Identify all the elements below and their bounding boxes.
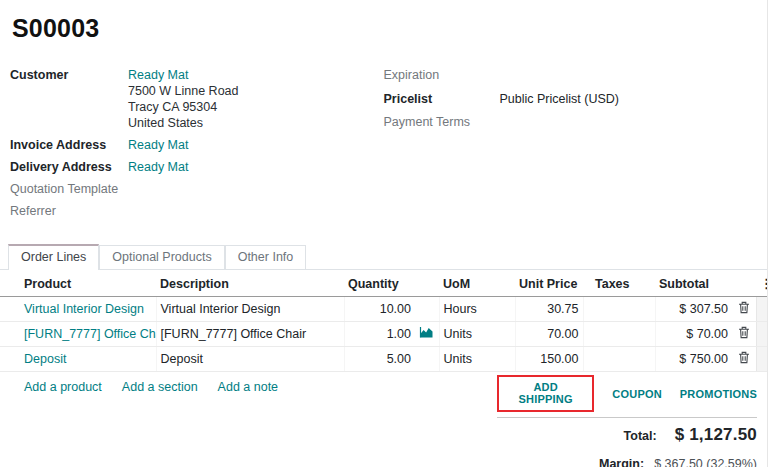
optional-columns-toggle[interactable]: ⋮	[756, 270, 768, 297]
field-expiration: Expiration	[384, 67, 768, 83]
col-header-uom[interactable]: UoM	[439, 270, 515, 297]
tab-other-info[interactable]: Other Info	[225, 245, 307, 269]
col-header-subtotal[interactable]: Subtotal	[655, 270, 732, 297]
quantity-cell[interactable]: 5.00	[344, 347, 415, 372]
col-header-quantity[interactable]: Quantity	[344, 270, 415, 297]
taxes-cell[interactable]	[583, 322, 655, 347]
col-header-taxes[interactable]: Taxes	[583, 270, 655, 297]
col-header-product[interactable]: Product	[0, 270, 156, 297]
tab-optional-products[interactable]: Optional Products	[99, 245, 224, 269]
table-header-row: Product Description Quantity UoM Unit Pr…	[0, 270, 768, 297]
address-line: United States	[128, 115, 239, 131]
taxes-cell[interactable]	[583, 347, 655, 372]
delete-line-button[interactable]	[738, 301, 750, 314]
field-delivery-address: Delivery Address Ready Mat	[10, 159, 384, 175]
product-cell[interactable]: Virtual Interior Design	[0, 297, 156, 322]
tab-order-lines[interactable]: Order Lines	[8, 244, 99, 270]
taxes-cell[interactable]	[583, 297, 655, 322]
totals-panel: ADD SHIPPING COUPON PROMOTIONS Total: $ …	[497, 375, 757, 467]
subtotal-cell: $ 750.00	[655, 347, 732, 372]
total-row: Total: $ 1,127.50	[497, 425, 757, 445]
margin-label: Margin:	[599, 457, 644, 467]
subtotal-cell: $ 70.00	[655, 322, 732, 347]
coupon-button[interactable]: COUPON	[612, 388, 661, 400]
customer-link[interactable]: Ready Mat	[128, 68, 188, 82]
field-group-right: Expiration Pricelist Public Pricelist (U…	[384, 67, 768, 225]
field-customer: Customer Ready Mat 7500 W Linne Road Tra…	[10, 67, 384, 131]
unit-price-cell[interactable]: 70.00	[515, 322, 583, 347]
area-chart-icon[interactable]	[419, 327, 434, 341]
delete-line-cell	[732, 322, 756, 347]
delete-line-button[interactable]	[738, 326, 750, 339]
add-section-link[interactable]: Add a section	[122, 380, 198, 394]
forecast-cell	[415, 322, 439, 347]
customer-label: Customer	[10, 67, 128, 131]
description-cell[interactable]: Deposit	[156, 347, 344, 372]
vertical-ellipsis-icon: ⋮	[760, 276, 768, 291]
product-link[interactable]: [FURN_7777] Office Chair	[24, 327, 156, 341]
product-cell[interactable]: [FURN_7777] Office Chair	[0, 322, 156, 347]
invoice-address-label: Invoice Address	[10, 137, 128, 153]
delete-line-button[interactable]	[738, 351, 750, 364]
field-group-left: Customer Ready Mat 7500 W Linne Road Tra…	[0, 67, 384, 225]
field-payment-terms: Payment Terms	[384, 114, 768, 130]
product-link[interactable]: Deposit	[24, 352, 66, 366]
quotation-template-label: Quotation Template	[10, 181, 128, 197]
delivery-address-link[interactable]: Ready Mat	[128, 160, 188, 174]
add-note-link[interactable]: Add a note	[218, 380, 278, 394]
product-link[interactable]: Virtual Interior Design	[24, 302, 144, 316]
description-cell[interactable]: [FURN_7777] Office Chair	[156, 322, 344, 347]
address-line: 7500 W Linne Road	[128, 83, 239, 99]
field-invoice-address: Invoice Address Ready Mat	[10, 137, 384, 153]
forecast-cell	[415, 347, 439, 372]
subtotal-cell: $ 307.50	[655, 297, 732, 322]
delivery-address-label: Delivery Address	[10, 159, 128, 175]
col-header-description[interactable]: Description	[156, 270, 344, 297]
toggle-column-cell	[756, 322, 768, 347]
field-pricelist: Pricelist Public Pricelist (USD)	[384, 91, 768, 107]
unit-price-cell[interactable]: 30.75	[515, 297, 583, 322]
expiration-label: Expiration	[384, 67, 500, 83]
uom-cell[interactable]: Units	[439, 322, 515, 347]
col-header-trash-spacer	[732, 270, 756, 297]
trash-icon	[738, 302, 750, 317]
add-shipping-button[interactable]: ADD SHIPPING	[507, 381, 584, 405]
promotions-button[interactable]: PROMOTIONS	[680, 388, 757, 400]
address-line: Tracy CA 95304	[128, 99, 239, 115]
totals-divider	[497, 417, 757, 418]
field-referrer: Referrer	[10, 203, 384, 219]
margin-value: $ 367.50 (32.59%)	[654, 457, 757, 467]
invoice-address-link[interactable]: Ready Mat	[128, 138, 188, 152]
product-cell[interactable]: Deposit	[0, 347, 156, 372]
col-header-unit-price[interactable]: Unit Price	[515, 270, 583, 297]
customer-address: 7500 W Linne Road Tracy CA 95304 United …	[128, 83, 239, 131]
forecast-cell	[415, 297, 439, 322]
annotation-highlight: ADD SHIPPING	[497, 375, 594, 412]
page-title: S00003	[0, 12, 767, 43]
toggle-column-cell	[756, 297, 768, 322]
description-cell[interactable]: Virtual Interior Design	[156, 297, 344, 322]
delete-line-cell	[732, 347, 756, 372]
referrer-label: Referrer	[10, 203, 128, 219]
table-row: Virtual Interior Design Virtual Interior…	[0, 297, 768, 322]
add-product-link[interactable]: Add a product	[24, 380, 102, 394]
trash-icon	[738, 352, 750, 367]
notebook-tabs: Order Lines Optional Products Other Info	[0, 244, 767, 270]
quantity-cell[interactable]: 1.00	[344, 322, 415, 347]
delete-line-cell	[732, 297, 756, 322]
sale-order-form: S00003 Customer Ready Mat 7500 W Linne R…	[0, 0, 767, 400]
field-groups: Customer Ready Mat 7500 W Linne Road Tra…	[0, 67, 767, 225]
trash-icon	[738, 327, 750, 342]
uom-cell[interactable]: Hours	[439, 297, 515, 322]
pricelist-label: Pricelist	[384, 91, 500, 107]
total-label: Total:	[624, 429, 657, 443]
payment-terms-label: Payment Terms	[384, 114, 500, 130]
table-row: [FURN_7777] Office Chair [FURN_7777] Off…	[0, 322, 768, 347]
pricelist-value[interactable]: Public Pricelist (USD)	[500, 91, 619, 107]
uom-cell[interactable]: Units	[439, 347, 515, 372]
order-action-buttons: ADD SHIPPING COUPON PROMOTIONS	[497, 375, 757, 412]
col-header-spacer	[415, 270, 439, 297]
quantity-cell[interactable]: 10.00	[344, 297, 415, 322]
unit-price-cell[interactable]: 150.00	[515, 347, 583, 372]
field-quotation-template: Quotation Template	[10, 181, 384, 197]
